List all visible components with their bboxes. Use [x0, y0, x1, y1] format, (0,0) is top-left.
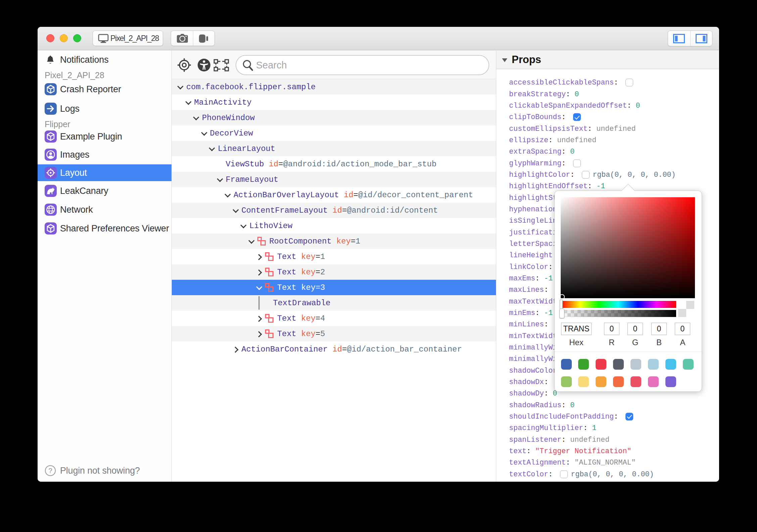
svg-text:?: ? — [48, 467, 52, 474]
